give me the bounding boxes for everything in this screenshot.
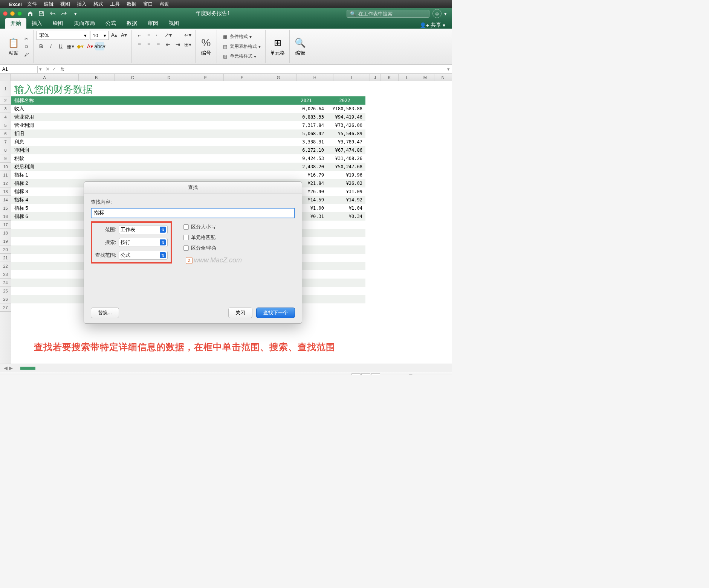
row-header-1[interactable]: 1 xyxy=(0,81,11,96)
row-header-13[interactable]: 13 xyxy=(0,187,11,196)
search-dir-select[interactable]: 按行⇅ xyxy=(119,238,168,247)
table-row[interactable]: 税后利润 2,438.20 ¥50,247.68 xyxy=(11,163,365,171)
conditional-format-button[interactable]: ▦条件格式 ▾ xyxy=(220,33,262,41)
col-header-G[interactable]: G xyxy=(260,74,297,81)
tab-draw[interactable]: 绘图 xyxy=(47,18,69,29)
row-header-23[interactable]: 23 xyxy=(0,270,11,279)
row-header-19[interactable]: 19 xyxy=(0,237,11,245)
decrease-font-icon[interactable]: A▾ xyxy=(119,31,128,39)
merge-cells-icon[interactable]: ⊞▾ xyxy=(183,40,192,49)
row-header-3[interactable]: 3 xyxy=(0,105,11,113)
formula-input[interactable] xyxy=(66,66,445,72)
row-header-15[interactable]: 15 xyxy=(0,204,11,212)
menu-insert[interactable]: 插入 xyxy=(77,1,87,8)
row-header-25[interactable]: 25 xyxy=(0,287,11,295)
row-header-27[interactable]: 27 xyxy=(0,303,11,312)
find-next-button[interactable]: 查找下一个 xyxy=(256,308,295,318)
match-case-checkbox[interactable]: 区分大小写 xyxy=(183,224,217,230)
table-row[interactable]: 指标 1 ¥16.79 ¥19.96 xyxy=(11,171,365,179)
menu-file[interactable]: 文件 xyxy=(27,1,37,8)
table-row[interactable]: 税款 9,424.53 ¥31,408.26 xyxy=(11,154,365,163)
table-row[interactable]: 营业利润 7,317.84 ¥73,426.00 xyxy=(11,121,365,129)
table-row[interactable]: 折旧 5,068.42 ¥5,546.89 xyxy=(11,129,365,138)
increase-font-icon[interactable]: A▴ xyxy=(110,31,119,39)
row-header-10[interactable]: 10 xyxy=(0,163,11,171)
tab-data[interactable]: 数据 xyxy=(121,18,142,29)
col-header-M[interactable]: M xyxy=(416,74,434,81)
col-header-D[interactable]: D xyxy=(151,74,188,81)
save-icon[interactable] xyxy=(38,10,45,17)
page-break-view-icon[interactable]: ⊞ xyxy=(371,373,380,375)
page-layout-view-icon[interactable]: ▤ xyxy=(361,373,370,375)
find-content-input[interactable] xyxy=(91,208,295,218)
format-painter-icon[interactable]: 🖌 xyxy=(23,51,30,58)
accept-formula-icon[interactable]: ✓ xyxy=(52,66,56,72)
name-box-chevron-icon[interactable]: ▾ xyxy=(38,66,43,72)
col-header-L[interactable]: L xyxy=(399,74,416,81)
copy-icon[interactable]: ⧉ xyxy=(23,43,30,50)
table-row[interactable]: 收入 0,026.64 ¥180,583.88 xyxy=(11,105,365,113)
col-header-H[interactable]: H xyxy=(297,74,333,81)
close-window-icon[interactable] xyxy=(3,11,8,16)
row-header-9[interactable]: 9 xyxy=(0,154,11,163)
app-name[interactable]: Excel xyxy=(9,2,22,7)
zoom-out-icon[interactable]: − xyxy=(384,375,386,375)
row-header-12[interactable]: 12 xyxy=(0,179,11,187)
menu-edit[interactable]: 编辑 xyxy=(44,1,53,8)
table-row[interactable]: 利息 3,338.31 ¥3,789.47 xyxy=(11,138,365,146)
col-header-N[interactable]: N xyxy=(434,74,452,81)
indent-increase-icon[interactable]: ⇥ xyxy=(173,40,182,49)
sheet-nav-next-icon[interactable]: ▶ xyxy=(9,365,13,371)
row-header-24[interactable]: 24 xyxy=(0,279,11,287)
lookin-select[interactable]: 公式⇅ xyxy=(119,251,168,260)
cancel-formula-icon[interactable]: ✕ xyxy=(46,66,50,72)
row-header-20[interactable]: 20 xyxy=(0,245,11,254)
align-middle-icon[interactable]: ≡ xyxy=(144,31,153,39)
user-chevron-icon[interactable]: ▾ xyxy=(442,10,449,17)
tab-view[interactable]: 视图 xyxy=(163,18,185,29)
col-header-A[interactable]: A xyxy=(11,74,79,81)
tab-formulas[interactable]: 公式 xyxy=(100,18,121,29)
tab-pagelayout[interactable]: 页面布局 xyxy=(69,18,100,29)
wrap-text-icon[interactable]: ↩▾ xyxy=(183,31,192,39)
sheet-nav-first-icon[interactable]: ◀ xyxy=(4,365,8,371)
row-header-21[interactable]: 21 xyxy=(0,254,11,262)
menu-format[interactable]: 格式 xyxy=(93,1,103,8)
menu-window[interactable]: 窗口 xyxy=(143,1,153,8)
underline-button[interactable]: U xyxy=(56,42,65,50)
redo-icon[interactable] xyxy=(60,10,68,17)
zoom-in-icon[interactable]: + xyxy=(431,375,434,375)
editing-button[interactable]: 🔍 编辑 xyxy=(293,35,308,58)
orientation-icon[interactable]: ↗▾ xyxy=(163,31,173,39)
search-field[interactable]: 🔍 xyxy=(347,10,429,18)
col-header-F[interactable]: F xyxy=(224,74,260,81)
zoom-level[interactable]: 100% xyxy=(438,375,448,375)
table-format-button[interactable]: ▤套用表格格式 ▾ xyxy=(220,43,262,50)
row-header-5[interactable]: 5 xyxy=(0,121,11,129)
undo-icon[interactable] xyxy=(49,10,57,17)
row-header-17[interactable]: 17 xyxy=(0,221,11,229)
share-button[interactable]: 👤+ 共享 ▾ xyxy=(420,22,445,29)
user-avatar-icon[interactable]: ☺ xyxy=(432,9,442,18)
row-header-16[interactable]: 16 xyxy=(0,212,11,221)
font-size-combo[interactable]: 10▾ xyxy=(90,31,109,40)
col-header-K[interactable]: K xyxy=(380,74,398,81)
normal-view-icon[interactable]: ▦ xyxy=(351,373,361,375)
border-icon[interactable]: ▦▾ xyxy=(66,42,75,50)
align-right-icon[interactable]: ≡ xyxy=(154,40,163,48)
match-width-checkbox[interactable]: 区分全/半角 xyxy=(183,245,217,251)
bold-button[interactable]: B xyxy=(37,42,46,50)
font-name-combo[interactable]: 宋体▾ xyxy=(37,31,89,40)
italic-button[interactable]: I xyxy=(46,42,55,50)
align-left-icon[interactable]: ≡ xyxy=(135,40,144,48)
menu-help[interactable]: 帮助 xyxy=(160,1,170,8)
row-header-6[interactable]: 6 xyxy=(0,129,11,138)
match-cell-checkbox[interactable]: 单元格匹配 xyxy=(183,234,217,241)
font-color-icon[interactable]: A▾ xyxy=(86,42,95,50)
menu-view[interactable]: 视图 xyxy=(60,1,70,8)
within-select[interactable]: 工作表⇅ xyxy=(119,225,168,234)
row-header-18[interactable]: 18 xyxy=(0,229,11,237)
row-header-22[interactable]: 22 xyxy=(0,262,11,270)
number-format-button[interactable]: % 编号 xyxy=(199,35,214,58)
phonetic-icon[interactable]: abc▾ xyxy=(95,42,104,50)
